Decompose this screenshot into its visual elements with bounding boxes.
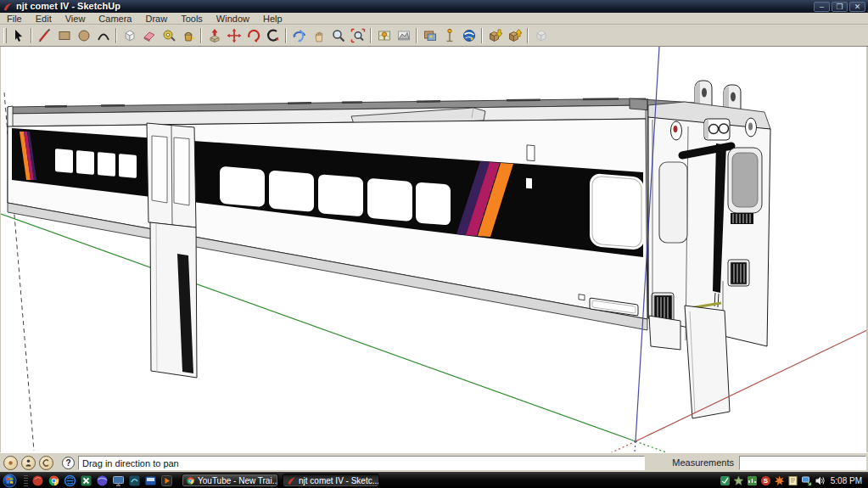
menu-file[interactable]: File [0,13,29,25]
star-util-icon[interactable] [733,475,744,486]
menu-help[interactable]: Help [256,13,289,25]
get-models-icon [488,28,503,43]
green-util-icon[interactable] [720,475,731,486]
task-label: njt comet IV - Sketc... [299,476,379,485]
magnifier-icon [331,28,346,43]
share-models-icon [507,28,523,43]
add-location-button[interactable] [374,26,394,45]
orange-burst-icon[interactable] [774,475,785,486]
menu-draw[interactable]: Draw [138,13,174,25]
push-pull-button[interactable] [204,26,224,45]
google-earth-button[interactable] [459,26,479,45]
close-button[interactable]: ✕ [849,2,865,12]
share-component-button[interactable] [531,26,551,45]
menu-tools[interactable]: Tools [174,13,210,25]
follow-me-icon [266,28,281,43]
toolbar [0,25,868,47]
maximize-button[interactable]: ❐ [832,2,848,12]
circle-tool-button[interactable] [74,26,93,45]
stairwell-column [685,306,730,418]
rotate-tool-button[interactable] [244,26,263,45]
orbit-tool-button[interactable] [289,26,309,45]
internet-explorer-icon[interactable] [64,474,76,487]
task-label: YouTube - New Trai... [198,476,278,485]
media-player-icon[interactable] [160,474,173,487]
toggle-terrain-button[interactable] [394,26,413,45]
credits-button[interactable] [39,456,53,470]
menu-camera[interactable]: Camera [92,13,138,25]
chrome-icon[interactable] [48,474,60,487]
get-models-button[interactable] [485,26,505,45]
drawing-area[interactable] [0,47,868,452]
share-models-button[interactable] [505,26,524,45]
toolbar-separator [115,28,117,43]
help-button[interactable]: ? [62,457,75,469]
credit-c-icon [42,458,51,468]
zoom-extents-button[interactable] [348,26,367,45]
follow-me-button[interactable] [263,26,283,45]
arc-tool-button[interactable] [93,26,113,45]
start-button[interactable] [3,474,17,488]
measurements-input[interactable] [739,456,866,470]
zoom-tool-button[interactable] [328,26,348,45]
red-axis-negative [607,441,636,452]
taskbar-clock[interactable]: 5:08 PM [826,476,868,485]
menu-view[interactable]: View [59,13,92,25]
person-icon [24,458,33,468]
menu-edit[interactable]: Edit [29,13,59,25]
title-bar: njt comet IV - SketchUp – ❐ ✕ [0,0,868,13]
geo-location-button[interactable] [3,456,18,470]
task-sketchup[interactable]: njt comet IV - Sketc... [283,474,379,487]
blue-axis-negative [635,441,636,452]
move-icon [227,28,242,43]
zoom-extents-icon [350,28,366,43]
notes-icon[interactable] [787,475,798,486]
movie-app-icon[interactable] [144,474,157,487]
line-tool-button[interactable] [35,26,54,45]
quick-launch [31,474,173,487]
claim-credit-button[interactable] [21,456,36,470]
train-model [8,81,770,418]
measurements-label: Measurements [672,457,739,468]
red-app-icon[interactable] [31,474,44,487]
monitor-app-icon[interactable] [112,474,125,487]
position-camera-button[interactable] [440,26,459,45]
toolbar-grip [3,28,7,43]
globe-app-icon[interactable] [96,474,109,487]
circle-icon [76,28,92,43]
tape-measure-icon [161,28,176,43]
tape-measure-button[interactable] [159,26,178,45]
select-icon [11,28,26,43]
pan-tool-button[interactable] [309,26,328,45]
volume-icon[interactable] [815,475,826,486]
move-tool-button[interactable] [224,26,244,45]
task-buttons: YouTube - New Trai... njt comet IV - Ske… [182,474,379,487]
teal-app-icon[interactable] [128,474,141,487]
arc-icon [96,28,111,43]
chrome-icon [186,476,195,485]
status-hint: Drag in direction to pan [78,456,645,470]
make-component-button[interactable] [120,26,139,45]
paint-bucket-button[interactable] [178,26,198,45]
rectangle-tool-button[interactable] [54,26,74,45]
excel-icon[interactable] [80,474,92,487]
cab-end [630,98,770,418]
rotate-icon [246,28,261,43]
eraser-tool-button[interactable] [139,26,159,45]
select-tool-button[interactable] [8,26,28,45]
network-icon[interactable] [801,475,812,486]
chart-util-icon[interactable] [747,475,758,486]
toolbar-separator [370,28,372,43]
pencil-icon [37,28,53,43]
photo-textures-button[interactable] [420,26,440,45]
google-earth-icon [462,28,477,43]
red-s-icon[interactable]: S [760,475,771,486]
task-youtube[interactable]: YouTube - New Trai... [182,474,278,487]
menu-window[interactable]: Window [210,13,256,25]
paint-bucket-icon [181,28,196,43]
sketchup-icon [287,476,296,485]
menu-bar: File Edit View Camera Draw Tools Window … [0,13,868,25]
minimize-button[interactable]: – [814,2,830,12]
model-canvas [1,47,866,452]
step-opening [731,262,747,284]
